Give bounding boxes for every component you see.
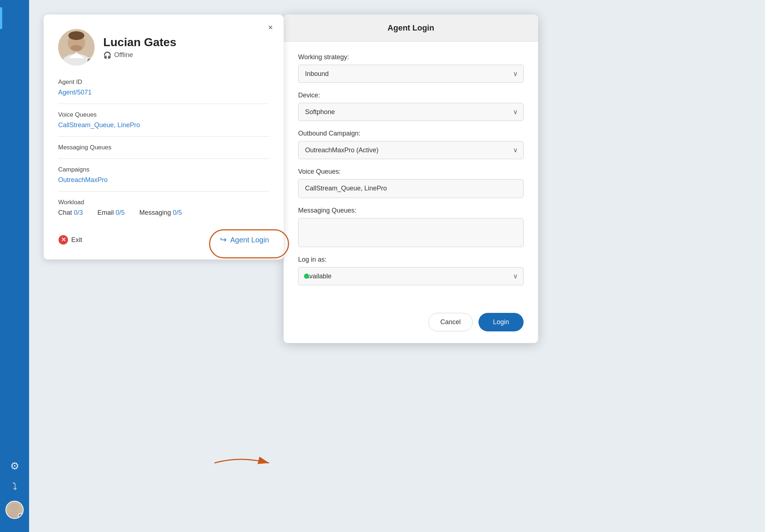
available-status-dot <box>304 274 309 279</box>
outbound-campaign-label: Outbound Campaign: <box>298 130 524 137</box>
log-in-as-wrapper: Available Busy Away ∨ <box>298 267 524 285</box>
agent-login-modal: Agent Login Working strategy: Inbound Ou… <box>284 15 538 343</box>
modal-footer: Cancel Login <box>284 306 538 343</box>
svg-point-5 <box>68 31 84 40</box>
voice-queues-section: Voice Queues CallStream_Queue, LinePro <box>58 111 269 129</box>
outbound-campaign-select[interactable]: OutreachMaxPro (Active) None <box>298 141 524 159</box>
messaging-workload: Messaging 0/5 <box>139 209 182 217</box>
profile-info: Lucian Gates 🎧 Offline <box>103 36 176 59</box>
log-in-as-label: Log in as: <box>298 256 524 263</box>
messaging-queues-label: Messaging Queues <box>58 144 269 151</box>
workload-row: Chat 0/3 Email 0/5 Messaging 0/5 <box>58 209 269 217</box>
exit-label: Exit <box>71 236 82 244</box>
messaging-queues-modal-value <box>298 218 524 247</box>
agent-id-value: Agent/5071 <box>58 89 269 96</box>
divider-1 <box>58 104 269 104</box>
divider-4 <box>58 191 269 192</box>
status-dot-profile <box>87 57 93 64</box>
user-avatar-sidebar[interactable] <box>5 501 24 519</box>
working-strategy-label: Working strategy: <box>298 53 524 61</box>
divider-3 <box>58 158 269 159</box>
modal-body: Working strategy: Inbound Outbound Blend… <box>284 42 538 306</box>
svg-text:✕: ✕ <box>61 237 66 243</box>
sidebar: ⚙ ⤵ <box>0 0 29 532</box>
workload-label: Workload <box>58 199 269 206</box>
close-button[interactable]: × <box>265 22 276 33</box>
device-group: Device: Softphone Deskphone External ∨ <box>298 92 524 121</box>
profile-status: 🎧 Offline <box>103 51 176 59</box>
modal-header: Agent Login <box>284 15 538 42</box>
agent-login-button[interactable]: ↪ Agent Login <box>220 235 269 245</box>
agent-id-label: Agent ID <box>58 78 269 86</box>
status-text: Offline <box>114 51 133 59</box>
messaging-queues-modal-group: Messaging Queues: <box>298 207 524 247</box>
main-area: × Lucian Gat <box>29 0 765 532</box>
campaigns-section: Campaigns OutreachMaxPro <box>58 166 269 184</box>
headset-icon: 🎧 <box>103 51 111 59</box>
logout-icon[interactable]: ⤵ <box>12 481 17 492</box>
voice-queues-modal-group: Voice Queues: CallStream_Queue, LinePro <box>298 168 524 198</box>
messaging-queues-section: Messaging Queues <box>58 144 269 151</box>
modal-title: Agent Login <box>388 23 434 32</box>
divider-2 <box>58 136 269 137</box>
log-in-as-select[interactable]: Available Busy Away <box>298 267 524 285</box>
voice-queues-modal-value: CallStream_Queue, LinePro <box>298 179 524 198</box>
working-strategy-group: Working strategy: Inbound Outbound Blend… <box>298 53 524 83</box>
exit-button[interactable]: ✕ Exit <box>58 235 82 245</box>
voice-queues-label: Voice Queues <box>58 111 269 118</box>
svg-point-6 <box>71 45 82 51</box>
log-in-as-group: Log in as: Available Busy Away ∨ <box>298 256 524 285</box>
sidebar-accent <box>0 7 2 29</box>
agent-login-label: Agent Login <box>230 236 269 244</box>
login-button[interactable]: Login <box>478 313 524 331</box>
agent-id-section: Agent ID Agent/5071 <box>58 78 269 96</box>
profile-panel: × Lucian Gat <box>44 15 284 259</box>
voice-queues-value: CallStream_Queue, LinePro <box>58 121 269 129</box>
user-avatar <box>58 29 95 65</box>
svg-point-0 <box>11 504 19 512</box>
exit-icon: ✕ <box>58 235 68 245</box>
email-workload: Email 0/5 <box>97 209 125 217</box>
chat-workload: Chat 0/3 <box>58 209 83 217</box>
workload-section: Workload Chat 0/3 Email 0/5 Messaging 0/… <box>58 199 269 217</box>
messaging-queues-modal-label: Messaging Queues: <box>298 207 524 214</box>
campaigns-value: OutreachMaxPro <box>58 176 269 184</box>
arrow-annotation <box>204 448 276 477</box>
working-strategy-select[interactable]: Inbound Outbound Blended <box>298 65 524 83</box>
cancel-button[interactable]: Cancel <box>428 313 473 331</box>
device-select-wrapper: Softphone Deskphone External ∨ <box>298 103 524 121</box>
outbound-campaign-select-wrapper: OutreachMaxPro (Active) None ∨ <box>298 141 524 159</box>
outbound-campaign-group: Outbound Campaign: OutreachMaxPro (Activ… <box>298 130 524 159</box>
device-select[interactable]: Softphone Deskphone External <box>298 103 524 121</box>
working-strategy-select-wrapper: Inbound Outbound Blended ∨ <box>298 65 524 83</box>
settings-icon[interactable]: ⚙ <box>10 460 19 472</box>
device-label: Device: <box>298 92 524 99</box>
status-dot-sidebar <box>18 513 23 518</box>
agent-login-icon: ↪ <box>220 235 227 245</box>
voice-queues-modal-label: Voice Queues: <box>298 168 524 176</box>
profile-name: Lucian Gates <box>103 36 176 49</box>
profile-footer: ✕ Exit ↪ Agent Login <box>58 227 269 245</box>
campaigns-label: Campaigns <box>58 166 269 173</box>
profile-header: Lucian Gates 🎧 Offline <box>58 29 269 65</box>
